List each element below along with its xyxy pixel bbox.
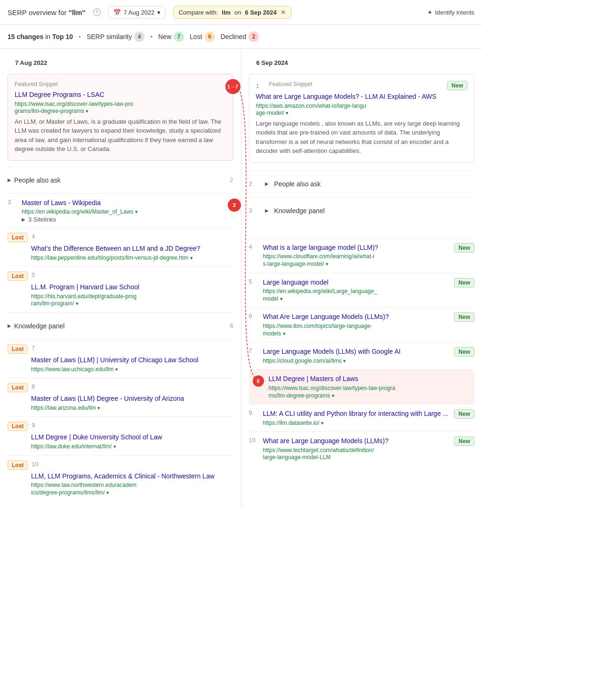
right-result-7: 7 Large Language Models (LLMs) with Goog…: [249, 342, 475, 369]
featured-snippet-label: Featured Snippet: [15, 81, 226, 88]
result-url: https://law.arizona.edu/llm ▾: [31, 405, 233, 412]
tag-lost: Lost: [8, 383, 28, 392]
sparkle-icon: ✦: [427, 9, 433, 16]
result-title[interactable]: LLM Degree Programs - LSAC: [15, 91, 104, 98]
position-badge-3: 3: [228, 199, 241, 212]
result-title[interactable]: What is a large language model (LLM)?: [263, 244, 378, 251]
right-knowledge-panel[interactable]: 3 ▶ Knowledge panel: [249, 197, 475, 238]
right-paa[interactable]: 2 ▶ People also ask: [249, 170, 475, 197]
left-result-7: Lost 7 Master of Laws (LLM) | University…: [8, 339, 233, 378]
right-result-8: 8 LLM Degree | Masters of Laws https://w…: [249, 369, 475, 404]
result-number: 6: [249, 312, 258, 337]
lost-badge: 6: [205, 32, 215, 42]
close-icon[interactable]: ✕: [280, 8, 286, 16]
result-title[interactable]: Master of Laws (LLM) Degree - University…: [31, 395, 184, 402]
result-url: https://www.ibm.com/topics/large-languag…: [263, 323, 455, 337]
result-url: https://aws.amazon.com/what-is/large-lan…: [256, 103, 468, 117]
tag-lost: Lost: [8, 422, 28, 431]
right-result-9: 9 LLM: A CLI utility and Python library …: [249, 404, 475, 431]
help-icon[interactable]: ?: [93, 8, 101, 16]
serp-sim-badge: 4: [134, 32, 144, 42]
left-knowledge-panel[interactable]: ▶ Knowledge panel 6: [8, 312, 233, 339]
right-result-4: 4 What is a large language model (LLM)? …: [249, 238, 475, 273]
declined-stat-item: Declined 2: [221, 32, 259, 42]
header: SERP overview for "llm" ? 📅 7 Aug 2022 ▾…: [0, 0, 482, 49]
result-url: https://hls.harvard.edu/dept/graduate-pr…: [31, 293, 233, 308]
left-result-3: 3 Master of Laws - Wikipedia https://en.…: [8, 193, 233, 228]
result-title[interactable]: Master of Laws - Wikipedia: [22, 199, 101, 207]
paa-label: People also ask: [274, 180, 321, 188]
result-snippet: Large language models , also known as LL…: [256, 119, 468, 156]
right-result-10: 10 What are Large Language Models (LLMs)…: [249, 431, 475, 466]
tag-lost: Lost: [8, 271, 28, 281]
new-stat-item: New 7: [158, 32, 184, 42]
identify-intents-button[interactable]: ✦ Identify intents: [427, 9, 474, 16]
result-url: https://law.pepperdine.edu/blog/posts/ll…: [31, 255, 233, 262]
result-snippet: An LLM, or Master of Laws, is a graduate…: [15, 117, 226, 154]
result-title[interactable]: What Are Large Language Models (LLMs)?: [263, 313, 389, 320]
tag-new: New: [454, 312, 474, 322]
date-selector[interactable]: 📅 7 Aug 2022 ▾: [108, 6, 166, 19]
right-featured-snippet: 1 Featured Snippet New What are Large La…: [249, 69, 475, 170]
result-title[interactable]: What's the Difference Between an LLM and…: [31, 245, 200, 252]
result-url: https://law.duke.edu/internat/llm/ ▾: [31, 443, 233, 451]
expand-icon: ▶: [8, 323, 11, 328]
compare-badge: Compare with: llm on 6 Sep 2024 ✕: [173, 6, 291, 19]
tag-new: New: [454, 278, 474, 287]
result-title[interactable]: LLM, LLM Programs, Academics & Clinical …: [31, 472, 215, 480]
tag-lost: Lost: [8, 344, 28, 354]
right-result-5: 5 Large language model https://en.wikipe…: [249, 273, 475, 308]
right-date: 6 Sep 2024: [249, 55, 475, 69]
result-title[interactable]: Large language model: [263, 278, 329, 286]
result-url: https://en.wikipedia.org/wiki/Large_lang…: [263, 288, 455, 302]
result-number: 3: [249, 207, 258, 214]
result-number: 5: [32, 271, 41, 278]
expand-icon: ▶: [8, 177, 11, 183]
left-result-10: Lost 10 LLM, LLM Programs, Academics & C…: [8, 455, 233, 501]
left-featured-snippet: Featured Snippet LLM Degree Programs - L…: [8, 69, 233, 167]
expand-icon: ▶: [265, 181, 269, 186]
expand-icon: ▶: [265, 208, 269, 213]
result-url: https://cloud.google.com/ai/llms ▾: [263, 358, 455, 365]
result-title[interactable]: Large Language Models (LLMs) with Google…: [263, 348, 401, 355]
result-title[interactable]: LLM Degree | Duke University School of L…: [31, 433, 162, 441]
result-number: 9: [32, 422, 41, 429]
right-result-6: 6 What Are Large Language Models (LLMs)?…: [249, 307, 475, 342]
result-title[interactable]: What are Large Language Models? - LLM AI…: [256, 93, 437, 100]
result-title[interactable]: LLM: A CLI utility and Python library fo…: [263, 410, 449, 417]
tag-new: New: [454, 347, 474, 357]
left-result-8: Lost 8 Master of Laws (LLM) Degree - Uni…: [8, 378, 233, 416]
paa-number: 2: [230, 176, 233, 183]
changes-text: 15 changes in Top 10: [8, 33, 73, 40]
left-result-4: Lost 4 What's the Difference Between an …: [8, 228, 233, 266]
sitelinks: ▶ 3 Sitelinks: [22, 216, 233, 223]
result-title[interactable]: What are Large Language Models (LLMs)?: [263, 437, 389, 445]
result-number: 8: [32, 383, 41, 390]
position-badge: 1→7: [225, 79, 240, 94]
result-number: 4: [32, 233, 41, 240]
result-title[interactable]: Master of Laws (LLM) | University of Chi…: [31, 356, 198, 364]
lost-stat-item: Lost 6: [190, 32, 215, 42]
result-number: 1: [256, 82, 265, 89]
tag-lost: Lost: [8, 461, 28, 470]
kp-number: 6: [230, 322, 233, 329]
result-url: https://www.lsac.org/discover-law/types-…: [269, 385, 471, 399]
serp-similarity-item: SERP similarity 4: [87, 32, 144, 42]
header-title: SERP overview for "llm": [8, 8, 86, 16]
position-badge-8: 8: [253, 375, 264, 387]
tag-new: New: [454, 409, 474, 419]
result-number: 7: [249, 347, 258, 365]
new-badge: 7: [174, 32, 184, 42]
left-date: 7 Aug 2022: [8, 55, 233, 69]
knowledge-panel-label: Knowledge panel: [274, 207, 325, 215]
calendar-icon: 📅: [113, 9, 121, 16]
tag-new: New: [454, 243, 474, 253]
result-title[interactable]: LL.M. Program | Harvard Law School: [31, 283, 139, 291]
dot-separator2: •: [150, 33, 152, 40]
result-url: https://www.law.uchicago.edu/llm ▾: [31, 366, 233, 374]
tag-lost: Lost: [8, 233, 28, 242]
left-paa[interactable]: ▶ People also ask 2: [8, 167, 233, 193]
result-url: https://www.techtarget.com/whatis/defini…: [263, 447, 455, 461]
result-title[interactable]: LLM Degree | Masters of Laws: [269, 375, 358, 382]
result-number: 7: [32, 344, 41, 351]
